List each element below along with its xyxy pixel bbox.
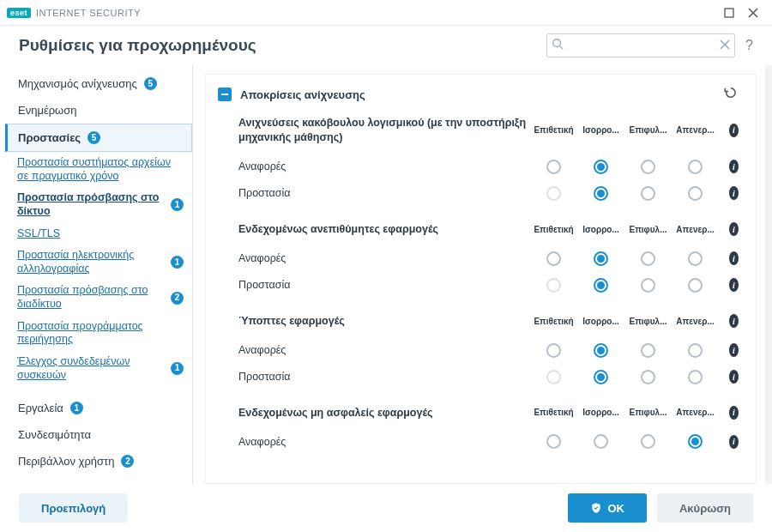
sidebar-subitem-label: Προστασία ηλεκτρονικής αλληλογραφίας	[17, 249, 166, 275]
radio-option[interactable]	[594, 278, 608, 293]
sidebar-item-label: Προστασίες	[18, 131, 81, 144]
search-clear-icon[interactable]	[720, 38, 730, 53]
radio-option[interactable]	[594, 251, 608, 266]
radio-option[interactable]	[688, 160, 703, 174]
svg-point-1	[553, 39, 561, 47]
info-icon[interactable]: i	[729, 406, 739, 420]
radio-option[interactable]	[688, 343, 703, 358]
ok-button[interactable]: OK	[568, 493, 647, 523]
sidebar-item[interactable]: Ενημέρωση	[5, 97, 192, 124]
count-badge: 1	[171, 362, 184, 375]
radio-option[interactable]	[594, 186, 608, 201]
help-button[interactable]: ?	[745, 38, 753, 53]
radio-option[interactable]	[641, 251, 655, 266]
page-title: Ρυθμίσεις για προχωρημένους	[19, 36, 256, 55]
radio-option[interactable]	[688, 186, 703, 201]
radio-option[interactable]	[594, 434, 608, 449]
settings-panel: Αποκρίσεις ανίχνευσης Ανιχνεύσεις κακόβο…	[205, 74, 757, 484]
radio-option[interactable]	[641, 186, 655, 201]
collapse-icon[interactable]	[218, 88, 232, 101]
titlebar: eset INTERNET SECURITY	[0, 0, 772, 26]
radio-option[interactable]	[546, 343, 561, 358]
radio-option[interactable]	[688, 370, 703, 384]
radio-option[interactable]	[594, 343, 608, 358]
group-title: Ενδεχομένως ανεπιθύμητες εφαρμογές	[238, 222, 530, 237]
column-label: Ισορρο...	[577, 225, 624, 234]
setting-row: Αναφορέςi	[238, 428, 739, 455]
info-icon[interactable]: i	[729, 160, 739, 173]
radio-option[interactable]	[641, 370, 655, 384]
setting-row: Αναφορέςi	[238, 245, 739, 272]
info-icon[interactable]: i	[729, 343, 739, 357]
column-label: Επιθετική	[530, 408, 577, 417]
count-badge: 2	[171, 292, 184, 305]
row-label: Αναφορές	[238, 344, 530, 356]
info-icon[interactable]: i	[729, 370, 739, 384]
column-label: Απενερ...	[672, 225, 719, 234]
search-icon	[552, 38, 564, 53]
row-label: Αναφορές	[238, 252, 530, 264]
radio-option[interactable]	[546, 186, 561, 201]
radio-option[interactable]	[546, 278, 561, 293]
count-badge: 5	[144, 77, 157, 90]
sidebar-subitem-label: SSL/TLS	[17, 227, 60, 241]
row-label: Αναφορές	[238, 160, 530, 172]
radio-option[interactable]	[546, 370, 561, 384]
ok-label: OK	[607, 502, 624, 515]
info-icon[interactable]: i	[729, 124, 739, 137]
column-label: Επιφυλ...	[624, 125, 672, 135]
row-label: Προστασία	[238, 187, 530, 199]
search-input[interactable]	[546, 33, 735, 57]
radio-option[interactable]	[641, 343, 655, 358]
info-icon[interactable]: i	[729, 278, 739, 292]
sidebar-item[interactable]: Περιβάλλον χρήστη2	[5, 448, 192, 475]
brand-badge: eset	[7, 8, 31, 18]
default-button[interactable]: Προεπιλογή	[19, 493, 128, 523]
sidebar-subitem[interactable]: SSL/TLS	[5, 223, 192, 245]
revert-icon[interactable]	[723, 85, 739, 104]
info-icon[interactable]: i	[729, 435, 739, 449]
brand-name: INTERNET SECURITY	[36, 8, 141, 18]
group-title: Ανιχνεύσεις κακόβουλου λογισμικού (με τη…	[238, 116, 530, 145]
radio-option[interactable]	[546, 160, 561, 174]
sidebar-item[interactable]: Μηχανισμός ανίχνευσης5	[5, 70, 192, 97]
sidebar-item[interactable]: Προστασίες5	[5, 124, 192, 152]
sidebar-subitem[interactable]: Προστασία προγράμματος περιήγησης	[5, 316, 192, 351]
sidebar-item[interactable]: Εργαλεία1	[5, 395, 192, 421]
info-icon[interactable]: i	[729, 314, 739, 328]
outer-scrollbar[interactable]	[765, 65, 772, 484]
radio-option[interactable]	[594, 160, 608, 174]
sidebar-subitem[interactable]: Προστασία πρόσβασης στο δίκτυο1	[5, 187, 192, 222]
count-badge: 1	[171, 198, 184, 211]
window-close-button[interactable]	[741, 1, 765, 25]
radio-option[interactable]	[641, 434, 655, 449]
sidebar-subitem[interactable]: Έλεγχος συνδεδεμένων συσκευών1	[5, 351, 192, 386]
radio-option[interactable]	[641, 160, 655, 174]
radio-option[interactable]	[688, 278, 703, 293]
info-icon[interactable]: i	[729, 186, 739, 200]
sidebar-item[interactable]: Συνδεσιμότητα	[5, 421, 192, 448]
column-label: Επιθετική	[530, 225, 577, 234]
sidebar-item-label: Μηχανισμός ανίχνευσης	[18, 77, 137, 90]
sidebar-subitem-label: Προστασία προγράμματος περιήγησης	[17, 320, 184, 347]
radio-option[interactable]	[546, 251, 561, 266]
radio-option[interactable]	[594, 370, 608, 384]
info-icon[interactable]: i	[729, 222, 739, 236]
sidebar-subitem-label: Προστασία πρόσβασης στο δίκτυο	[17, 191, 166, 218]
window-maximize-button[interactable]	[717, 1, 741, 25]
radio-option[interactable]	[546, 434, 561, 449]
sidebar-subitem[interactable]: Προστασία ηλεκτρονικής αλληλογραφίας1	[5, 245, 192, 280]
column-label: Επιφυλ...	[624, 408, 672, 417]
setting-group: Ενδεχομένως ανεπιθύμητες εφαρμογέςΕπιθετ…	[218, 222, 739, 299]
sidebar-item-label: Συνδεσιμότητα	[18, 428, 91, 441]
column-label: Επιθετική	[530, 317, 577, 326]
cancel-button[interactable]: Ακύρωση	[657, 493, 753, 523]
radio-option[interactable]	[641, 278, 655, 293]
footer: Προεπιλογή OK Ακύρωση	[0, 484, 772, 532]
sidebar-subitem[interactable]: Προστασία πρόσβασης στο διαδίκτυο2	[5, 280, 192, 315]
radio-option[interactable]	[688, 434, 703, 449]
header: Ρυθμίσεις για προχωρημένους ?	[0, 26, 772, 65]
radio-option[interactable]	[688, 251, 703, 266]
sidebar-subitem[interactable]: Προστασία συστήματος αρχείων σε πραγματι…	[5, 152, 192, 187]
info-icon[interactable]: i	[729, 251, 739, 265]
